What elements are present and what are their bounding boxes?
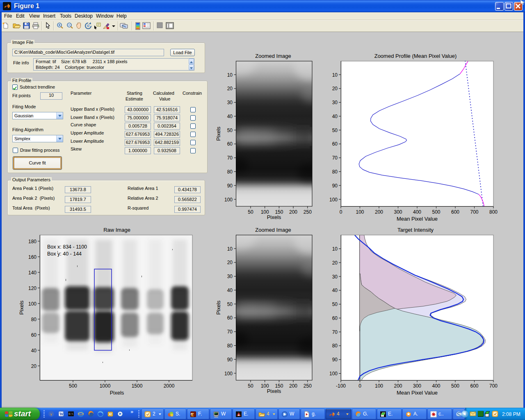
svg-text:500: 500 <box>451 383 459 389</box>
svg-text:300: 300 <box>413 383 421 389</box>
svg-text:20: 20 <box>332 86 338 91</box>
svg-text:Pixels: Pixels <box>267 214 281 220</box>
svg-text:250: 250 <box>304 383 312 389</box>
svg-text:Pixels: Pixels <box>267 388 281 394</box>
svg-text:100: 100 <box>28 301 37 307</box>
svg-text:100: 100 <box>329 197 338 203</box>
svg-text:C:\: C:\ <box>69 413 73 415</box>
svg-text:600: 600 <box>451 209 459 215</box>
svg-text:400: 400 <box>413 209 421 215</box>
svg-text:2000: 2000 <box>164 383 175 389</box>
svg-text:180: 180 <box>28 239 37 244</box>
svg-text:10: 10 <box>227 246 233 252</box>
svg-text:500: 500 <box>69 383 77 389</box>
svg-text:200: 200 <box>394 383 402 389</box>
svg-text:Target Intensity: Target Intensity <box>397 227 434 233</box>
svg-text:30: 30 <box>332 274 338 280</box>
svg-text:60: 60 <box>227 315 233 321</box>
svg-text:40: 40 <box>31 348 37 354</box>
svg-text:Pixels: Pixels <box>110 390 124 396</box>
svg-text:30: 30 <box>227 274 233 279</box>
svg-text:140: 140 <box>28 270 37 276</box>
svg-text:50: 50 <box>227 301 233 307</box>
svg-text:F: F <box>191 412 193 416</box>
svg-text:Pixels: Pixels <box>215 126 221 141</box>
svg-text:80: 80 <box>227 343 233 349</box>
svg-text:Mean Pixel Value: Mean Pixel Value <box>397 390 438 396</box>
svg-text:70: 70 <box>227 155 233 161</box>
svg-text:10: 10 <box>227 72 233 78</box>
svg-text:200: 200 <box>289 209 297 215</box>
svg-text:1000: 1000 <box>100 383 111 389</box>
svg-text:800: 800 <box>489 209 498 215</box>
svg-text:50: 50 <box>332 128 338 133</box>
svg-text:90: 90 <box>227 183 233 189</box>
svg-text:Zoomed Image: Zoomed Image <box>255 53 291 59</box>
svg-text:0: 0 <box>340 209 342 215</box>
svg-text:80: 80 <box>332 343 338 349</box>
svg-text:Raw Image: Raw Image <box>103 227 130 233</box>
svg-text:400: 400 <box>432 383 440 389</box>
svg-text:50: 50 <box>332 301 338 307</box>
svg-text:50: 50 <box>248 209 253 215</box>
svg-text:Box y: 40 - 144: Box y: 40 - 144 <box>47 251 82 257</box>
svg-text:100: 100 <box>224 197 233 203</box>
svg-text:10: 10 <box>332 72 338 78</box>
svg-text:1500: 1500 <box>132 383 143 389</box>
svg-text:Zoomed Image: Zoomed Image <box>255 227 291 233</box>
svg-text:50: 50 <box>248 383 253 389</box>
svg-text:200: 200 <box>375 209 383 215</box>
svg-text:90: 90 <box>332 183 338 189</box>
svg-text:70: 70 <box>332 329 338 335</box>
svg-text:Pixels: Pixels <box>215 300 221 315</box>
svg-text:60: 60 <box>332 315 338 321</box>
svg-text:60: 60 <box>332 141 338 147</box>
svg-text:70: 70 <box>227 329 233 335</box>
svg-text:50: 50 <box>227 128 233 133</box>
svg-text:20: 20 <box>227 86 233 91</box>
svg-text:30: 30 <box>227 100 233 105</box>
svg-text:30: 30 <box>332 100 338 105</box>
svg-text:Pixels: Pixels <box>18 300 25 315</box>
svg-text:80: 80 <box>332 169 338 175</box>
svg-text:100: 100 <box>375 383 383 389</box>
svg-text:60: 60 <box>227 141 233 147</box>
svg-text:200: 200 <box>289 383 297 389</box>
svg-text:40: 40 <box>332 114 338 119</box>
svg-text:20: 20 <box>227 260 233 265</box>
svg-text:W: W <box>59 412 64 416</box>
svg-text:-100: -100 <box>336 383 346 389</box>
svg-text:700: 700 <box>470 209 478 215</box>
svg-text:700: 700 <box>489 383 498 389</box>
svg-text:100: 100 <box>356 209 364 215</box>
svg-text:Box x: 834 - 1100: Box x: 834 - 1100 <box>47 244 87 250</box>
svg-text:100: 100 <box>224 371 233 377</box>
svg-text:70: 70 <box>332 155 338 161</box>
svg-text:80: 80 <box>227 169 233 175</box>
svg-text:Mean Pixel Value: Mean Pixel Value <box>397 216 438 222</box>
svg-text:100: 100 <box>329 371 338 377</box>
svg-text:500: 500 <box>432 209 440 215</box>
svg-text:80: 80 <box>31 317 37 322</box>
svg-text:20: 20 <box>332 260 338 266</box>
svg-text:20: 20 <box>31 363 37 369</box>
svg-text:600: 600 <box>470 383 478 389</box>
svg-text:60: 60 <box>31 332 37 338</box>
svg-text:Zoomed Profile (Mean Pixel Val: Zoomed Profile (Mean Pixel Value) <box>374 53 457 59</box>
svg-text:300: 300 <box>394 209 402 215</box>
svg-text:40: 40 <box>332 288 338 293</box>
svg-text:40: 40 <box>227 114 233 119</box>
svg-text:90: 90 <box>332 357 338 363</box>
svg-text:90: 90 <box>227 357 233 363</box>
svg-text:40: 40 <box>227 288 233 293</box>
svg-text:10: 10 <box>332 246 338 252</box>
svg-text:120: 120 <box>28 285 37 291</box>
svg-text:250: 250 <box>304 209 312 215</box>
svg-text:160: 160 <box>28 254 37 260</box>
svg-text:0: 0 <box>358 383 361 389</box>
